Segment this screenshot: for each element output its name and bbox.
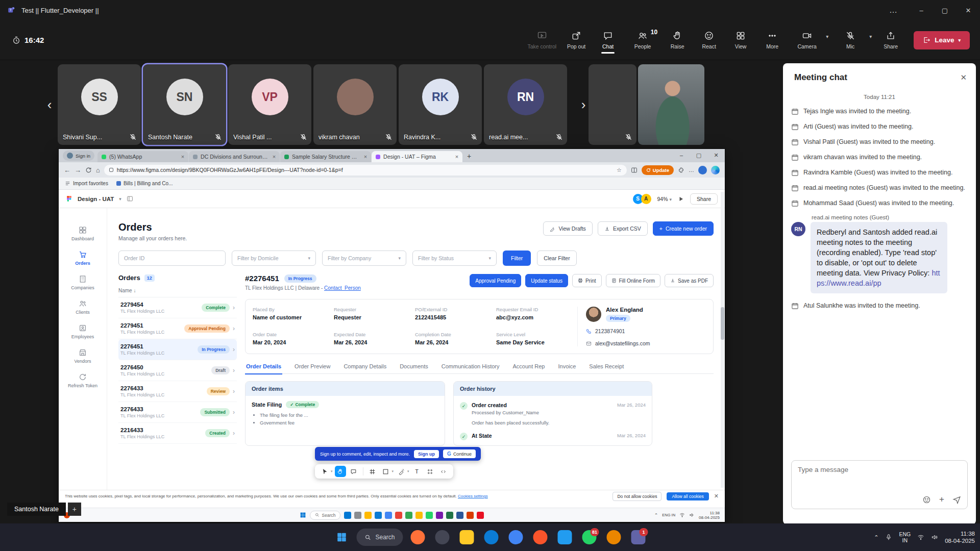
home-icon[interactable]: ⌂ — [96, 166, 100, 174]
participant-tile-camera-on[interactable] — [638, 64, 704, 145]
extensions-icon[interactable] — [678, 167, 684, 173]
order-row[interactable]: 2279454 TL Flex Holdings LLC Complete › — [118, 297, 237, 318]
tab-close-icon[interactable]: × — [455, 154, 458, 160]
figma-logo-icon[interactable] — [66, 195, 72, 202]
file-menu-chevron-icon[interactable]: ▾ — [119, 196, 121, 202]
clear-filter-button[interactable]: Clear Filter — [537, 251, 576, 266]
sidebar-item-companies[interactable]: Companies — [59, 270, 107, 295]
cookies-settings-link[interactable]: Cookies settings — [458, 494, 488, 498]
text-tool-icon[interactable]: T — [411, 466, 423, 477]
tray-chevron-icon[interactable]: ⌃ — [874, 534, 878, 541]
minimize-button[interactable]: – — [910, 0, 933, 20]
participant-tile[interactable]: RN read.ai mee... — [484, 64, 567, 145]
browser-menu-icon[interactable]: … — [689, 167, 694, 173]
close-button[interactable]: ✕ — [957, 0, 980, 20]
mic-options-chevron-icon[interactable]: ▾ — [866, 32, 875, 41]
taskbar-app-icon[interactable] — [408, 527, 428, 547]
deny-cookies-button[interactable]: Do not allow cookies — [612, 492, 662, 501]
move-tool-caret-icon[interactable]: ▾ — [331, 469, 333, 473]
taskbar-search-box[interactable]: Search — [356, 529, 403, 546]
browser-close-button[interactable]: ✕ — [707, 149, 725, 161]
taskbar-app-icon[interactable] — [506, 527, 526, 547]
tab-close-icon[interactable]: × — [364, 154, 367, 160]
remote-app-icon[interactable] — [477, 512, 484, 519]
scrollbar-thumb[interactable] — [721, 307, 724, 340]
start-button[interactable] — [332, 527, 351, 547]
order-row[interactable]: 2279451 TL Flex Holdings LLC Approval Pe… — [118, 318, 237, 339]
remote-app-icon[interactable] — [395, 512, 402, 519]
browser-account-avatar[interactable] — [698, 166, 707, 174]
people-button[interactable]: 10 People — [624, 28, 662, 53]
layout-panel-icon[interactable] — [127, 195, 133, 202]
strip-previous-button[interactable]: ‹ — [43, 96, 56, 113]
detail-tab[interactable]: Company Details — [342, 363, 387, 373]
bookmark-star-icon[interactable]: ☆ — [617, 167, 622, 173]
remote-app-icon[interactable] — [415, 512, 423, 519]
leave-button[interactable]: Leave ▾ — [914, 31, 970, 49]
export-csv-button[interactable]: Export CSV — [598, 221, 648, 236]
order-row[interactable]: 2276433 TL Flex Holdings LLC Review › — [118, 381, 237, 402]
more-button[interactable]: More — [756, 28, 788, 53]
actions-tool-icon[interactable] — [425, 466, 436, 477]
sign-up-button[interactable]: Sign up — [414, 450, 439, 458]
language-indicator[interactable]: ENGIN — [899, 531, 911, 543]
sidebar-item-orders[interactable]: Orders — [59, 246, 107, 270]
detail-tab[interactable]: Order Preview — [293, 363, 331, 373]
update-status-button[interactable]: Update status — [525, 274, 568, 287]
tab-close-icon[interactable]: × — [273, 154, 276, 160]
figma-share-button[interactable]: Share — [690, 193, 718, 205]
refresh-icon[interactable] — [85, 167, 92, 173]
create-new-order-button[interactable]: + Create new order — [653, 221, 714, 236]
order-row[interactable]: 2216433 TL Flex Holdings LLC Created › — [118, 423, 237, 444]
share-button[interactable]: Share — [875, 28, 906, 53]
sidebar-item-employees[interactable]: Employees — [59, 319, 107, 344]
zoom-level[interactable]: 94% ▾ — [657, 196, 672, 202]
chat-button[interactable]: Chat — [592, 28, 624, 53]
sidebar-item-dashboard[interactable]: Dashboard — [59, 221, 107, 246]
taskbar-app-icon[interactable] — [604, 527, 624, 547]
remote-app-icon[interactable] — [354, 512, 361, 519]
taskbar-app-icon[interactable] — [457, 527, 477, 547]
hand-tool-icon[interactable] — [335, 466, 346, 477]
detail-tab[interactable]: Account Rep — [512, 363, 546, 373]
order-id-input[interactable] — [118, 251, 226, 266]
remote-wifi-icon[interactable] — [679, 512, 685, 518]
emoji-icon[interactable] — [922, 495, 931, 504]
titlebar-more-icon[interactable]: … — [878, 6, 910, 15]
present-icon[interactable] — [678, 196, 684, 202]
comment-tool-icon[interactable] — [348, 466, 359, 477]
browser-tab[interactable]: Design - UAT – Figma × — [372, 151, 462, 162]
sidebar-item-refresh-token[interactable]: Refresh Token — [59, 368, 107, 393]
remote-app-icon[interactable] — [405, 512, 412, 519]
taskbar-app-icon[interactable] — [433, 527, 452, 547]
taskbar-app-icon[interactable]: 1 — [629, 527, 648, 547]
taskbar-clock[interactable]: 11:3808-04-2025 — [945, 530, 975, 544]
filter-button[interactable]: Filter — [503, 251, 531, 266]
sidebar-item-clients[interactable]: Clients — [59, 295, 107, 319]
back-icon[interactable]: ← — [64, 166, 70, 174]
participant-tile[interactable]: vikram chavan — [313, 64, 397, 145]
remote-app-icon[interactable] — [456, 512, 463, 519]
raise-hand-button[interactable]: Raise — [662, 28, 693, 53]
browser-tab[interactable]: DC Divisions and Surroundings × — [189, 151, 280, 162]
participant-tile[interactable]: SN Santosh Narate — [143, 64, 226, 145]
participant-tile[interactable]: VP Vishal Patil ... — [228, 64, 311, 145]
print-button[interactable]: Print — [572, 274, 602, 287]
fill-online-form-button[interactable]: Fill Online Form — [606, 274, 661, 287]
new-tab-button[interactable]: + — [467, 152, 471, 160]
view-button[interactable]: View — [725, 28, 756, 53]
remote-app-icon[interactable] — [344, 512, 351, 519]
remote-app-icon[interactable] — [375, 512, 382, 519]
domicile-filter-select[interactable]: Filter by Domicile▾ — [232, 251, 316, 266]
remote-app-icon[interactable] — [385, 512, 392, 519]
figma-file-name[interactable]: Design - UAT — [78, 196, 114, 202]
cookie-close-icon[interactable]: ✕ — [714, 493, 719, 499]
tray-mic-icon[interactable] — [885, 534, 892, 541]
browser-scrollbar[interactable] — [721, 192, 724, 488]
order-row[interactable]: 2276433 TL Flex Holdings LLC Submitted › — [118, 402, 237, 423]
detail-tab[interactable]: Documents — [399, 363, 429, 373]
taskbar-app-icon[interactable]: 81 — [580, 527, 599, 547]
presenter-add-button[interactable]: + — [68, 503, 81, 516]
browser-maximize-button[interactable]: ▢ — [690, 149, 707, 161]
dev-mode-tool-icon[interactable] — [438, 466, 449, 477]
